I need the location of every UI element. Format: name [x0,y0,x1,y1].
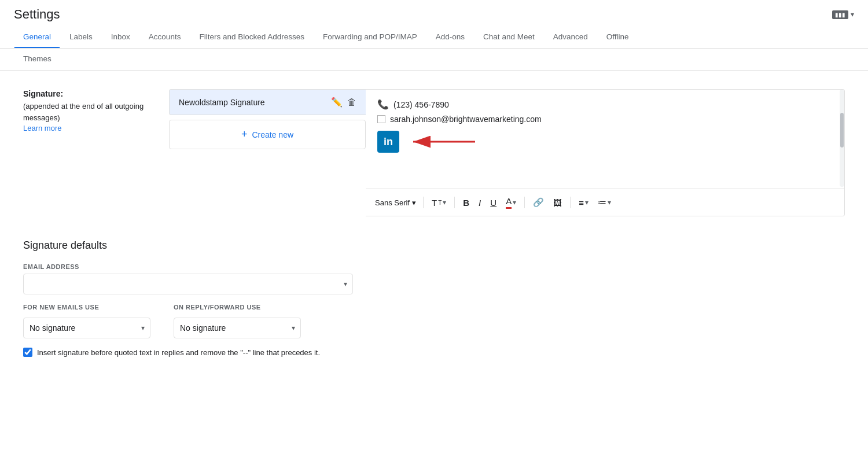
bold-label: B [463,198,469,208]
underline-button[interactable]: U [487,196,500,210]
tab-chat[interactable]: Chat and Meet [474,27,544,48]
align-arrow: ▾ [585,198,589,207]
insert-sig-checkbox[interactable] [23,348,32,357]
sig-preview-content: 📞 (123) 456-7890 sarah.johnson@brightwav… [366,90,844,189]
plus-icon: + [241,128,248,141]
sig-list-panel: Newoldstamp Signature ✏️ 🗑 + Create new [169,89,366,216]
list-icon: ≔ [598,197,606,208]
italic-label: I [479,198,481,208]
phone-icon: 📞 [377,99,389,110]
email-address: sarah.johnson@brightwavemarketing.com [390,115,542,124]
on-reply-col: ON REPLY/FORWARD USE No signature [174,304,301,338]
sig-item-name: Newoldstamp Signature [179,98,265,107]
email-square-icon [377,115,385,123]
checkbox-label: Insert signature before quoted text in r… [37,348,320,357]
for-new-select-wrapper: No signature [23,318,150,338]
text-color-arrow: ▾ [513,198,516,207]
nav-tabs-row2: Themes [0,49,868,71]
top-right-controls: ▮▮▮ ▾ [832,10,854,19]
sig-edit-icon[interactable]: ✏️ [331,97,343,108]
tab-filters[interactable]: Filters and Blocked Addresses [190,27,314,48]
keyboard-icon[interactable]: ▮▮▮ [832,10,848,19]
bold-button[interactable]: B [459,196,473,210]
signature-description: (appended at the end of all outgoing mes… [23,101,150,123]
sig-delete-icon[interactable]: 🗑 [347,97,356,108]
signature-list-item[interactable]: Newoldstamp Signature ✏️ 🗑 [169,89,366,115]
sig-defaults-title: Signature defaults [23,239,845,252]
for-new-select[interactable]: No signature [23,318,150,338]
preview-scrollbar[interactable] [840,90,844,187]
page-title: Settings [14,7,60,22]
align-button[interactable]: ≡ ▾ [575,196,592,210]
toolbar-divider-3 [524,197,525,208]
link-button[interactable]: 🔗 [529,195,547,210]
main-content: Signature: (appended at the end of all o… [0,71,868,375]
font-select[interactable]: Sans Serif ▾ [373,196,418,209]
toolbar-divider-2 [454,197,455,208]
font-dropdown-arrow: ▾ [412,198,416,207]
email-address-label: EMAIL ADDRESS [23,263,845,270]
signature-heading: Signature: [23,89,150,98]
email-line: sarah.johnson@brightwavemarketing.com [377,115,833,124]
font-size-arrow: ▾ [443,198,446,207]
list-arrow: ▾ [608,198,611,207]
linkedin-block: in [377,131,833,153]
font-name: Sans Serif [375,198,410,207]
for-new-label: FOR NEW EMAILS USE [23,304,150,311]
email-address-select[interactable] [23,274,353,294]
sig-name-text: Newoldstamp Signature [179,98,265,107]
italic-button[interactable]: I [475,196,484,210]
learn-more-link[interactable]: Learn more [23,124,61,132]
tab-forwarding[interactable]: Forwarding and POP/IMAP [314,27,426,48]
nav-tabs: General Labels Inbox Accounts Filters an… [0,27,868,49]
linkedin-icon[interactable]: in [377,131,399,153]
tab-general[interactable]: General [14,27,60,48]
tab-addons[interactable]: Add-ons [426,27,474,48]
text-color-icon: A [506,196,512,209]
toolbar-divider-1 [423,197,424,208]
tab-themes[interactable]: Themes [14,49,61,70]
create-new-label: Create new [252,130,293,139]
tab-labels[interactable]: Labels [60,27,102,48]
signature-label-col: Signature: (appended at the end of all o… [23,89,150,132]
keyboard-dropdown-arrow[interactable]: ▾ [851,10,854,19]
image-button[interactable]: 🖼 [550,196,565,210]
align-icon: ≡ [579,198,584,208]
sig-defaults-section: Signature defaults EMAIL ADDRESS FOR NEW… [23,239,845,357]
tab-offline[interactable]: Offline [597,27,638,48]
link-icon: 🔗 [533,197,544,208]
for-new-col: FOR NEW EMAILS USE No signature [23,304,150,338]
font-size-sublabel: T [438,200,442,206]
sig-item-actions: ✏️ 🗑 [331,97,356,108]
top-bar: Settings ▮▮▮ ▾ [0,0,868,22]
tab-accounts[interactable]: Accounts [139,27,190,48]
create-new-button[interactable]: + Create new [169,120,366,149]
checkbox-row: Insert signature before quoted text in r… [23,348,845,357]
signature-section: Signature: (appended at the end of all o… [23,89,845,216]
phone-number: (123) 456-7890 [393,100,449,109]
scrollbar-thumb [840,113,844,148]
sig-use-row: FOR NEW EMAILS USE No signature ON REPLY… [23,304,845,338]
underline-label: U [490,198,496,208]
text-color-button[interactable]: A ▾ [502,194,520,211]
list-button[interactable]: ≔ ▾ [594,195,615,210]
sig-preview-panel: 📞 (123) 456-7890 sarah.johnson@brightwav… [366,89,845,216]
font-size-button[interactable]: TT ▾ [428,196,450,210]
tab-advanced[interactable]: Advanced [544,27,597,48]
sig-defaults-content: EMAIL ADDRESS FOR NEW EMAILS USE No sign… [23,263,845,357]
email-address-select-wrapper [23,274,353,294]
toolbar-divider-4 [570,197,571,208]
signature-editor-area: Newoldstamp Signature ✏️ 🗑 + Create new [169,89,845,216]
image-icon: 🖼 [553,198,562,208]
font-size-label: T [432,198,437,208]
tab-inbox[interactable]: Inbox [102,27,139,48]
on-reply-select[interactable]: No signature [174,318,301,338]
on-reply-select-wrapper: No signature [174,318,301,338]
sig-toolbar: Sans Serif ▾ TT ▾ B I [366,189,844,216]
red-arrow-icon [409,134,478,150]
on-reply-label: ON REPLY/FORWARD USE [174,304,301,311]
linkedin-label: in [384,136,393,148]
phone-line: 📞 (123) 456-7890 [377,99,833,110]
